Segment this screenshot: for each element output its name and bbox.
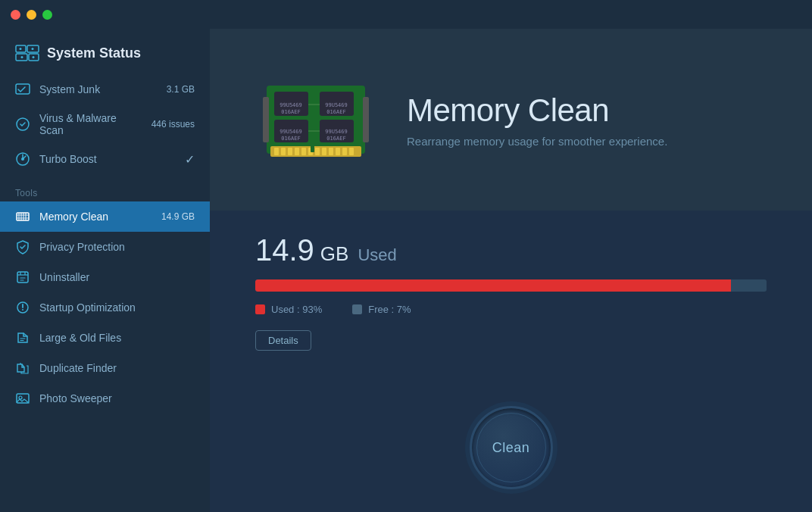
svg-rect-32 xyxy=(281,148,286,155)
svg-rect-58 xyxy=(363,97,369,142)
virus-scan-icon xyxy=(15,117,30,132)
hero-section: 99U5469 016AEF 99U5469 016AEF 99U5469 01… xyxy=(210,29,812,211)
startup-optimization-label: Startup Optimization xyxy=(39,301,195,314)
svg-rect-41 xyxy=(342,148,347,155)
svg-point-4 xyxy=(20,48,22,50)
svg-rect-40 xyxy=(336,148,340,155)
system-status-icon xyxy=(15,44,39,62)
memory-used-unit: GB xyxy=(320,242,349,266)
svg-point-24 xyxy=(22,309,23,311)
free-legend-item: Free : 7% xyxy=(352,304,411,315)
sidebar-item-system-junk[interactable]: System Junk 3.1 GB xyxy=(0,74,210,105)
sidebar-item-photo-sweeper[interactable]: Photo Sweeper xyxy=(0,383,210,414)
svg-text:99U5469: 99U5469 xyxy=(280,102,302,108)
svg-point-11 xyxy=(21,158,24,161)
svg-text:016AEF: 016AEF xyxy=(326,109,345,115)
svg-text:99U5469: 99U5469 xyxy=(325,129,348,135)
stats-section: 14.9 GB Used Used : 93% Free : 7% Detail… xyxy=(210,211,812,391)
turbo-boost-icon xyxy=(15,151,30,167)
sidebar-item-duplicate-finder[interactable]: Duplicate Finder xyxy=(0,353,210,383)
close-button[interactable] xyxy=(11,10,20,20)
progress-legend: Used : 93% Free : 7% xyxy=(255,304,767,315)
svg-text:016AEF: 016AEF xyxy=(281,109,300,115)
sidebar-item-privacy-protection[interactable]: Privacy Protection xyxy=(0,232,210,262)
used-legend-dot xyxy=(255,304,265,314)
free-legend-dot xyxy=(352,304,362,314)
sidebar-item-virus-scan[interactable]: Virus & Malware Scan 446 issues xyxy=(0,105,210,144)
svg-text:016AEF: 016AEF xyxy=(326,136,345,142)
sidebar-item-memory-clean[interactable]: Memory Clean 14.9 GB xyxy=(0,201,210,232)
svg-point-7 xyxy=(33,56,35,58)
titlebar xyxy=(0,0,812,29)
system-junk-label: System Junk xyxy=(39,83,158,95)
svg-rect-31 xyxy=(274,148,279,155)
clean-button-label: Clean xyxy=(492,440,530,456)
details-button[interactable]: Details xyxy=(255,330,311,351)
sidebar-item-turbo-boost[interactable]: Turbo Boost ✓ xyxy=(0,144,210,174)
sidebar-title: System Status xyxy=(47,45,141,61)
virus-scan-badge: 446 issues xyxy=(151,119,195,130)
svg-point-6 xyxy=(21,56,23,58)
main-content: 99U5469 016AEF 99U5469 016AEF 99U5469 01… xyxy=(210,0,812,512)
tools-section-label: Tools xyxy=(0,177,210,201)
memory-progress-bar xyxy=(255,279,767,292)
hero-text: Memory Clean Rearrange memory usage for … xyxy=(407,92,667,148)
sidebar-tools-section: Memory Clean 14.9 GB Privacy Protection xyxy=(0,201,210,417)
svg-rect-33 xyxy=(288,148,292,155)
svg-rect-39 xyxy=(329,148,333,155)
memory-clean-icon xyxy=(15,209,30,224)
sidebar-item-startup-optimization[interactable]: Startup Optimization xyxy=(0,292,210,323)
duplicate-finder-icon xyxy=(15,361,30,376)
uninstaller-icon xyxy=(15,270,30,285)
large-old-files-label: Large & Old Files xyxy=(39,332,195,344)
clean-button[interactable]: Clean xyxy=(470,406,553,489)
svg-rect-34 xyxy=(295,148,299,155)
ram-illustration: 99U5469 016AEF 99U5469 016AEF 99U5469 01… xyxy=(255,63,376,176)
sidebar-main-section: System Junk 3.1 GB Virus & Malware Scan … xyxy=(0,74,210,177)
svg-rect-19 xyxy=(17,272,28,283)
svg-rect-12 xyxy=(17,213,29,220)
virus-scan-label: Virus & Malware Scan xyxy=(39,112,142,136)
sidebar: System Status System Junk 3.1 GB Virus xyxy=(0,0,210,512)
svg-point-5 xyxy=(32,48,34,50)
clean-section: Clean xyxy=(210,391,812,512)
svg-rect-59 xyxy=(311,145,314,152)
svg-rect-37 xyxy=(315,148,320,155)
svg-point-28 xyxy=(19,396,22,399)
photo-sweeper-label: Photo Sweeper xyxy=(39,392,195,404)
turbo-boost-check: ✓ xyxy=(185,152,195,167)
sidebar-item-uninstaller[interactable]: Uninstaller xyxy=(0,262,210,292)
svg-rect-38 xyxy=(322,148,326,155)
svg-rect-57 xyxy=(263,97,269,142)
system-junk-icon xyxy=(15,82,30,97)
memory-clean-label: Memory Clean xyxy=(39,211,152,223)
large-old-files-icon xyxy=(15,330,30,345)
startup-optimization-icon xyxy=(15,300,30,315)
free-legend-label: Free : 7% xyxy=(368,304,411,315)
memory-used-label: Used xyxy=(358,245,396,265)
privacy-protection-label: Privacy Protection xyxy=(39,241,195,253)
memory-clean-badge: 14.9 GB xyxy=(161,211,195,222)
uninstaller-label: Uninstaller xyxy=(39,271,195,283)
memory-used-number: 14.9 xyxy=(255,233,314,267)
svg-rect-42 xyxy=(349,148,354,155)
sidebar-header: System Status xyxy=(0,29,210,74)
turbo-boost-label: Turbo Boost xyxy=(39,153,176,165)
hero-subtitle: Rearrange memory usage for smoother expe… xyxy=(407,135,667,148)
privacy-protection-icon xyxy=(15,239,30,254)
memory-used-row: 14.9 GB Used xyxy=(255,233,767,267)
hero-title: Memory Clean xyxy=(407,92,667,129)
memory-progress-fill xyxy=(255,279,731,292)
svg-text:016AEF: 016AEF xyxy=(281,136,300,142)
photo-sweeper-icon xyxy=(15,391,30,406)
used-legend-item: Used : 93% xyxy=(255,304,322,315)
system-junk-badge: 3.1 GB xyxy=(167,84,195,95)
sidebar-item-large-old-files[interactable]: Large & Old Files xyxy=(0,323,210,353)
duplicate-finder-label: Duplicate Finder xyxy=(39,362,195,374)
maximize-button[interactable] xyxy=(42,10,52,20)
minimize-button[interactable] xyxy=(27,10,36,20)
svg-rect-35 xyxy=(301,148,306,155)
used-legend-label: Used : 93% xyxy=(271,304,322,315)
svg-text:99U5469: 99U5469 xyxy=(325,102,348,108)
svg-text:99U5469: 99U5469 xyxy=(280,129,302,135)
